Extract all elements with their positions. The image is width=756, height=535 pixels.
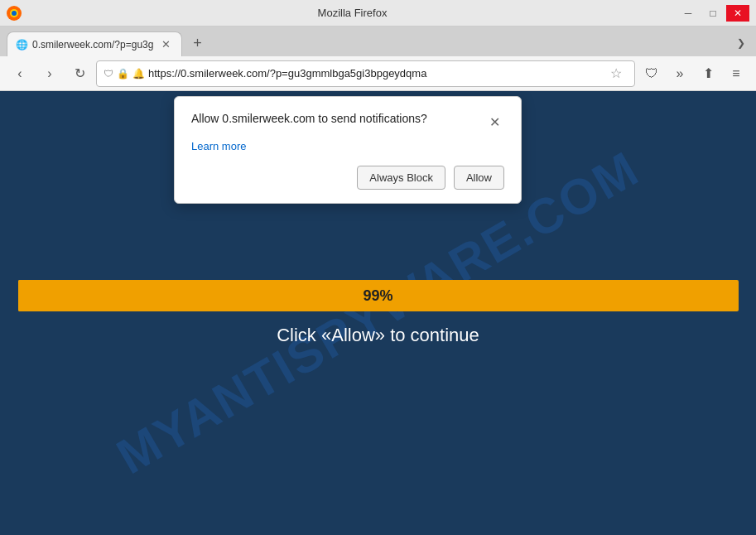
lock-icon: 🔒 <box>117 68 129 80</box>
minimize-button[interactable]: ─ <box>677 5 700 22</box>
svg-point-2 <box>12 11 17 16</box>
address-bar[interactable]: 🛡 🔒 🔔 ☆ <box>96 60 635 87</box>
popup-title: Allow 0.smilerweek.com to send notificat… <box>191 112 484 125</box>
window-controls: ─ □ ✕ <box>677 5 749 22</box>
tabbar-right: ❯ <box>731 33 756 56</box>
share-button[interactable]: ⬆ <box>695 60 721 87</box>
close-button[interactable]: ✕ <box>726 5 749 22</box>
navbar: ‹ › ↻ 🛡 🔒 🔔 ☆ 🛡 » ⬆ ≡ <box>0 56 756 91</box>
tab-close-button[interactable]: ✕ <box>158 37 173 52</box>
main-content: MYANTISPYWARE.COM 99% Click «Allow» to c… <box>0 91 756 535</box>
tab-list-button[interactable]: ❯ <box>731 33 751 53</box>
back-button[interactable]: ‹ <box>7 60 33 87</box>
always-block-button[interactable]: Always Block <box>357 166 445 190</box>
navbar-right: 🛡 » ⬆ ≡ <box>638 60 749 87</box>
shield-icon: 🛡 <box>104 68 113 80</box>
titlebar: Mozilla Firefox ─ □ ✕ <box>0 0 756 27</box>
new-tab-button[interactable]: + <box>185 31 209 55</box>
progress-bar-container: 99% <box>18 280 739 311</box>
click-instruction: Click «Allow» to continue <box>277 325 479 346</box>
refresh-button[interactable]: ↻ <box>66 60 93 87</box>
notification-popup: Allow 0.smilerweek.com to send notificat… <box>174 96 522 204</box>
pocket-button[interactable]: 🛡 <box>638 60 665 87</box>
popup-buttons: Always Block Allow <box>191 166 504 190</box>
forward-button[interactable]: › <box>36 60 63 87</box>
tab-favicon: 🌐 <box>16 39 27 51</box>
popup-header: Allow 0.smilerweek.com to send notificat… <box>191 112 504 132</box>
menu-button[interactable]: ≡ <box>723 60 749 87</box>
extensions-button[interactable]: » <box>667 60 693 87</box>
bookmark-button[interactable]: ☆ <box>604 62 628 85</box>
progress-label: 99% <box>363 287 392 305</box>
progress-area: 99% Click «Allow» to continue <box>18 280 739 346</box>
active-tab[interactable]: 🌐 0.smilerweek.com/?p=gu3g ✕ <box>7 31 182 56</box>
notify-icon: 🔔 <box>132 68 145 80</box>
firefox-icon <box>7 6 22 21</box>
learn-more-link[interactable]: Learn more <box>191 140 246 152</box>
url-input[interactable] <box>148 67 601 80</box>
restore-button[interactable]: □ <box>701 5 725 22</box>
popup-close-button[interactable]: ✕ <box>484 112 504 132</box>
tab-title: 0.smilerweek.com/?p=gu3g <box>32 39 153 51</box>
window-title: Mozilla Firefox <box>28 7 677 19</box>
allow-button[interactable]: Allow <box>454 166 504 190</box>
tabbar: 🌐 0.smilerweek.com/?p=gu3g ✕ + ❯ <box>0 27 756 56</box>
